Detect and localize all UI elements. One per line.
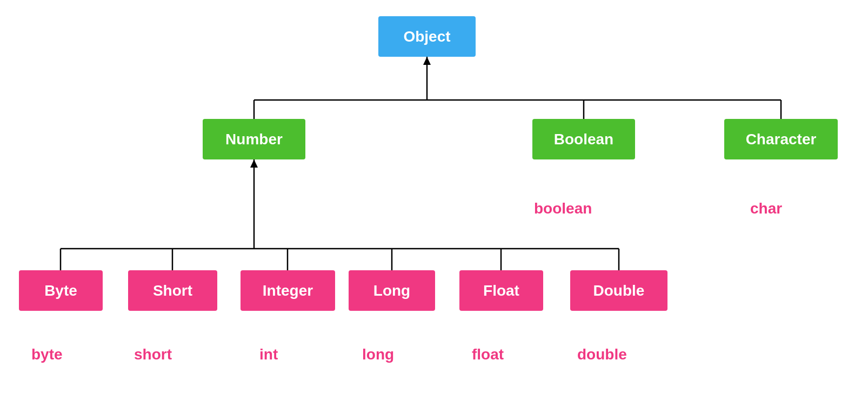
long-node: Long xyxy=(349,270,435,311)
short-label: Short xyxy=(153,282,192,299)
boolean-label: Boolean xyxy=(554,131,613,148)
short-node: Short xyxy=(128,270,217,311)
boolean-primitive-label: boolean xyxy=(534,200,592,217)
byte-primitive-label: byte xyxy=(31,346,63,363)
character-label: Character xyxy=(746,131,817,148)
diagram: Object Number Boolean Character Byte Sho… xyxy=(0,0,868,400)
object-label: Object xyxy=(403,28,450,45)
svg-marker-1 xyxy=(423,57,431,65)
number-node: Number xyxy=(203,119,305,159)
char-primitive-label: char xyxy=(750,200,782,217)
float-node: Float xyxy=(459,270,543,311)
double-label: Double xyxy=(593,282,645,299)
float-label: Float xyxy=(483,282,519,299)
double-node: Double xyxy=(570,270,667,311)
integer-label: Integer xyxy=(263,282,313,299)
byte-node: Byte xyxy=(19,270,103,311)
double-primitive-label: double xyxy=(577,346,627,363)
long-label: Long xyxy=(373,282,410,299)
integer-node: Integer xyxy=(241,270,335,311)
short-primitive-label: short xyxy=(134,346,172,363)
connector-lines xyxy=(0,0,868,400)
object-node: Object xyxy=(378,16,476,57)
number-label: Number xyxy=(225,131,283,148)
svg-marker-7 xyxy=(250,159,258,168)
float-primitive-label: float xyxy=(472,346,504,363)
int-primitive-label: int xyxy=(259,346,278,363)
boolean-node: Boolean xyxy=(532,119,635,159)
byte-label: Byte xyxy=(44,282,77,299)
long-primitive-label: long xyxy=(362,346,394,363)
character-node: Character xyxy=(724,119,838,159)
